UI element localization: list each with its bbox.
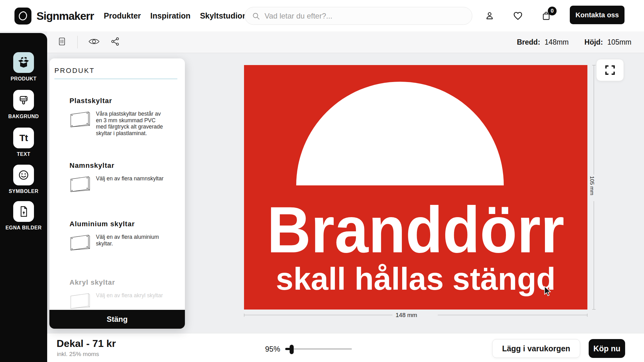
tool-sidebar: PRODUKT BAKGRUND Tt TEXT [0, 33, 47, 362]
add-to-cart-button[interactable]: Lägg i varukorgen [492, 339, 580, 358]
search-input[interactable] [264, 12, 465, 20]
product-option-aluminium-skyltar[interactable]: Aluminium skyltar Välj en av flera alumi… [69, 220, 177, 253]
eye-icon [88, 37, 100, 46]
favorites-button[interactable] [513, 10, 523, 21]
product-option-name: Plastskyltar [69, 97, 177, 105]
size-readout: Bredd: 148mm Höjd: 105mm [517, 31, 631, 53]
sign-text-line2[interactable]: skall hållas stängd [244, 263, 587, 294]
canvas-toolbar: Bredd: 148mm Höjd: 105mm [47, 31, 644, 53]
width-label: Bredd: [517, 38, 540, 47]
dim-tick [244, 314, 244, 317]
sign-thumbnail-icon [69, 111, 91, 130]
logo-blob-icon [17, 10, 29, 22]
product-panel: PRODUKT Plastskyltar Våra plastskyltar b… [49, 58, 185, 329]
dim-line-horizontal [244, 315, 392, 315]
vat-note: inkl. 25% moms [57, 351, 99, 358]
logo-icon [14, 8, 31, 25]
file-upload-icon [17, 205, 30, 218]
contact-button[interactable]: Kontakta oss [570, 6, 625, 24]
sign-thumbnail-icon [69, 234, 91, 253]
delete-button[interactable] [57, 36, 67, 48]
product-option-name: Namnskyltar [69, 162, 177, 170]
sign-semicircle-graphic[interactable] [296, 82, 504, 185]
share-icon [110, 37, 120, 46]
dim-height-label: 105 mm [589, 176, 595, 195]
sign-thumbnail-icon [69, 292, 91, 310]
sidebar-item-label: PRODUKT [11, 76, 37, 82]
logo[interactable]: Signmakerr [14, 8, 94, 25]
preview-button[interactable] [88, 37, 100, 47]
sidebar-item-egna-bilder[interactable]: EGNA BILDER [0, 201, 47, 231]
product-panel-body: PRODUKT Plastskyltar Våra plastskyltar b… [49, 58, 185, 310]
sidebar-item-produkt[interactable]: PRODUKT [0, 52, 47, 82]
sidebar-item-symboler[interactable]: SYMBOLER [0, 165, 47, 194]
product-option-namnskyltar[interactable]: Namnskyltar Välj en av flera namnskyltar [69, 162, 177, 195]
dim-width-label: 148 mm [396, 312, 417, 319]
sidebar-item-label: TEXT [17, 151, 31, 157]
product-option-akryl-skyltar[interactable]: Akryl skyltar Välj en av flera akryl sky… [69, 278, 177, 310]
product-option-description: Välj en av flera aluminium skyltar. [96, 234, 166, 247]
product-option-name: Akryl skyltar [69, 278, 177, 287]
user-icon [485, 11, 495, 21]
heart-icon [513, 10, 523, 21]
zoom-slider-track[interactable] [285, 348, 352, 350]
nav-item-produkter[interactable]: Produkter [104, 11, 141, 20]
dim-tick [592, 309, 596, 310]
cart-button[interactable]: 0 [541, 10, 552, 21]
product-option-description: Våra plastskyltar består av en 3 mm skum… [96, 111, 166, 136]
product-option-name: Aluminium skyltar [69, 220, 177, 228]
fullscreen-button[interactable] [596, 59, 624, 81]
account-button[interactable] [484, 10, 495, 21]
zoom-slider-thumb[interactable] [290, 345, 294, 354]
search-bar[interactable] [245, 7, 472, 25]
dim-line-vertical [594, 65, 594, 175]
trash-icon [57, 36, 67, 47]
height-value: 105mm [607, 38, 631, 47]
nav-item-skyltstudion[interactable]: Skyltstudion [200, 11, 247, 20]
box-open-icon [17, 56, 30, 69]
cursor-arrow-icon [543, 286, 553, 297]
logo-text: Signmakerr [36, 10, 94, 22]
sign-text-line1[interactable]: Branddörr [256, 197, 575, 262]
panel-title: PRODUKT [54, 67, 177, 75]
nav-item-inspiration[interactable]: Inspiration [150, 11, 191, 20]
dim-line-vertical [594, 201, 594, 309]
product-option-description: Välj en av flera akryl skyltar [96, 292, 166, 299]
bottom-bar: Dekal - 71 kr inkl. 25% moms 95% Lägg i … [0, 333, 644, 362]
mouse-cursor [543, 286, 553, 298]
sidebar-item-text[interactable]: Tt TEXT [0, 128, 47, 157]
sidebar-item-label: EGNA BILDER [5, 225, 42, 231]
text-icon: Tt [19, 133, 28, 143]
paintbrush-icon [17, 94, 30, 107]
panel-close-button[interactable]: Stäng [49, 310, 185, 329]
smiley-icon [17, 169, 30, 181]
sidebar-item-bakgrund[interactable]: BAKGRUND [0, 90, 47, 119]
header-icons: 0 [484, 0, 552, 31]
fullscreen-icon [605, 65, 615, 75]
sidebar-item-label: BAKGRUND [8, 114, 39, 119]
search-icon [252, 12, 260, 20]
panel-title-underline [54, 79, 177, 79]
zoom-percentage: 95% [265, 345, 280, 354]
share-button[interactable] [110, 37, 120, 47]
top-header: Signmakerr Produkter Inspiration Skyltst… [0, 0, 644, 31]
sidebar-item-label: SYMBOLER [9, 189, 39, 194]
sign-thumbnail-icon [69, 175, 91, 195]
width-value: 148mm [545, 38, 569, 47]
sign-canvas[interactable]: Branddörr skall hållas stängd [244, 65, 587, 310]
product-option-description: Välj en av flera namnskyltar [96, 175, 166, 182]
toolbar-divider [77, 36, 78, 48]
dim-tick [587, 314, 587, 317]
dim-line-horizontal [438, 315, 587, 315]
cart-count-badge: 0 [548, 7, 557, 15]
buy-now-button[interactable]: Köp nu [589, 339, 625, 358]
main-nav: Produkter Inspiration Skyltstudion [104, 0, 247, 31]
height-label: Höjd: [585, 38, 603, 47]
product-option-plastskyltar[interactable]: Plastskyltar Våra plastskyltar består av… [69, 97, 177, 136]
product-price-title: Dekal - 71 kr [57, 338, 116, 349]
signmaker-editor: Signmakerr Produkter Inspiration Skyltst… [0, 0, 644, 362]
